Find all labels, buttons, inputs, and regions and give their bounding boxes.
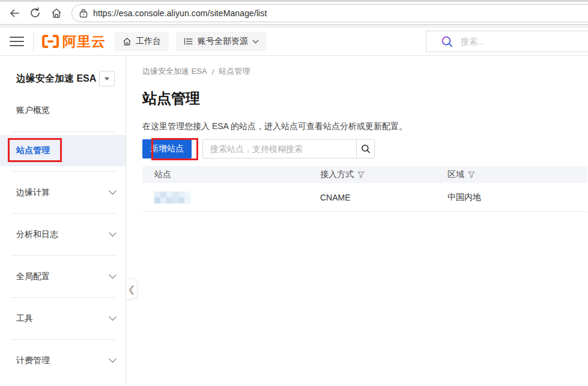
back-icon xyxy=(8,7,20,19)
header-search-input[interactable] xyxy=(461,37,557,46)
column-label: 区域 xyxy=(447,169,464,180)
page-body: 边缘安全加速 ESA 账户概览 站点管理 边缘计算 分析和日志 全局配置 xyxy=(0,56,588,385)
header-divider xyxy=(33,31,34,52)
browser-home-button[interactable] xyxy=(46,4,67,23)
refresh-button[interactable] xyxy=(25,4,46,23)
account-resources-button[interactable]: 账号全部资源 xyxy=(176,32,267,51)
aliyun-logo[interactable]: 阿里云 xyxy=(41,32,106,51)
chevron-left-icon: ❮ xyxy=(128,285,136,294)
breadcrumb-separator: / xyxy=(212,67,214,76)
breadcrumb: 边缘安全加速 ESA / 站点管理 xyxy=(142,66,588,77)
back-button[interactable] xyxy=(4,4,25,23)
column-label: 站点 xyxy=(154,169,171,180)
lock-icon xyxy=(79,8,88,18)
aliyun-logo-icon xyxy=(41,34,59,49)
cell-region: 中国内地 xyxy=(435,192,587,203)
filter-icon[interactable] xyxy=(357,171,365,178)
browser-toolbar: https://esa.console.aliyun.com/siteManag… xyxy=(0,2,588,25)
caret-down-icon xyxy=(105,77,109,80)
breadcrumb-item-site-management: 站点管理 xyxy=(219,66,250,77)
product-switch-button[interactable] xyxy=(99,71,115,86)
header-search-box[interactable] xyxy=(426,31,588,52)
header-search-icon xyxy=(441,35,453,48)
chevron-down-icon xyxy=(109,274,117,279)
screen: https://esa.console.aliyun.com/siteManag… xyxy=(0,0,588,386)
sidebar-item-label: 分析和日志 xyxy=(16,229,58,240)
sidebar-item-label: 计费管理 xyxy=(16,355,50,366)
sidebar-item-analytics-logs[interactable]: 分析和日志 xyxy=(11,213,117,255)
sidebar-item-account-overview[interactable]: 账户概览 xyxy=(0,105,126,116)
sidebar-item-global-config[interactable]: 全局配置 xyxy=(11,255,117,297)
chevron-down-icon xyxy=(109,232,117,237)
sidebar-sections: 边缘计算 分析和日志 全局配置 工具 计费管理 xyxy=(0,171,126,381)
console-header: 阿里云 工作台 账号全部资源 xyxy=(0,28,588,56)
browser-home-icon xyxy=(50,7,62,19)
table-header: 站点 接入方式 区域 xyxy=(142,166,587,183)
toolbar: 新增站点 xyxy=(142,139,588,158)
column-header-access-type: 接入方式 xyxy=(308,169,435,180)
cell-access-type: CNAME xyxy=(308,193,435,202)
sidebar-item-tools[interactable]: 工具 xyxy=(11,297,117,339)
chevron-down-icon xyxy=(109,190,117,195)
product-title: 边缘安全加速 ESA xyxy=(16,73,96,85)
hamburger-menu-button[interactable] xyxy=(10,37,24,46)
sidebar-item-label: 边缘计算 xyxy=(16,187,50,198)
sidebar-item-site-management[interactable]: 站点管理 xyxy=(0,135,126,166)
account-resources-label: 账号全部资源 xyxy=(198,36,248,47)
aliyun-logo-text: 阿里云 xyxy=(62,32,106,51)
table-row[interactable]: CNAME 中国内地 xyxy=(142,183,587,212)
add-site-button[interactable]: 新增站点 xyxy=(142,139,192,158)
sidebar-item-edge-compute[interactable]: 边缘计算 xyxy=(11,171,117,213)
workbench-button[interactable]: 工作台 xyxy=(115,32,169,51)
url-bar[interactable]: https://esa.console.aliyun.com/siteManag… xyxy=(71,4,588,22)
column-header-site: 站点 xyxy=(142,169,308,180)
breadcrumb-item-esa[interactable]: 边缘安全加速 ESA xyxy=(142,66,207,77)
filter-icon[interactable] xyxy=(468,171,475,178)
cell-site xyxy=(142,191,308,204)
sidebar: 边缘安全加速 ESA 账户概览 站点管理 边缘计算 分析和日志 全局配置 xyxy=(0,56,126,385)
site-table: 站点 接入方式 区域 xyxy=(142,166,587,212)
url-text: https://esa.console.aliyun.com/siteManag… xyxy=(93,8,267,18)
sidebar-item-label: 工具 xyxy=(16,313,33,324)
chevron-down-icon xyxy=(109,316,117,321)
sidebar-collapse-button[interactable]: ❮ xyxy=(126,278,138,300)
resource-list-icon xyxy=(184,37,193,46)
site-search-button[interactable] xyxy=(356,139,375,158)
sidebar-divider xyxy=(11,131,117,132)
sidebar-item-label: 全局配置 xyxy=(16,271,50,282)
refresh-icon xyxy=(29,7,41,19)
site-search-input[interactable] xyxy=(202,139,357,158)
site-name-redacted xyxy=(154,191,190,204)
column-label: 接入方式 xyxy=(320,169,354,180)
search-icon xyxy=(361,144,371,154)
page-title: 站点管理 xyxy=(142,90,588,107)
main-content: 边缘安全加速 ESA / 站点管理 站点管理 在这里管理您接入 ESA 的站点，… xyxy=(126,56,588,385)
workbench-home-icon xyxy=(123,37,132,46)
page-description: 在这里管理您接入 ESA 的站点，进入站点可查看站点分析或更新配置。 xyxy=(142,121,588,132)
workbench-label: 工作台 xyxy=(136,36,161,47)
chevron-down-icon xyxy=(109,358,117,363)
product-switcher: 边缘安全加速 ESA xyxy=(16,71,115,86)
chevron-down-icon xyxy=(252,40,259,44)
sidebar-item-label: 站点管理 xyxy=(16,145,50,156)
sidebar-item-billing[interactable]: 计费管理 xyxy=(11,339,117,381)
column-header-region: 区域 xyxy=(435,169,587,180)
